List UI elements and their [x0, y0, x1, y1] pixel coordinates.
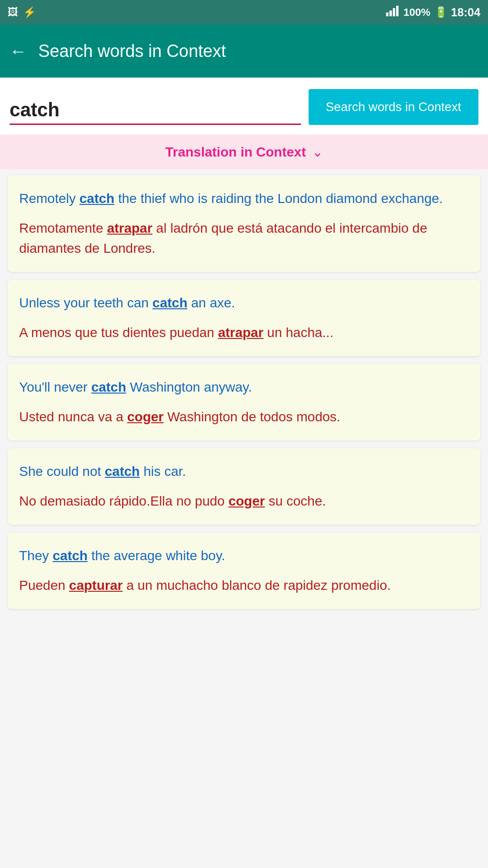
status-bar-left: 🖼 ⚡ — [8, 6, 36, 19]
status-bar-right: 100% 🔋 18:04 — [386, 6, 480, 19]
status-bar: 🖼 ⚡ 100% 🔋 18:04 — [0, 0, 488, 25]
highlight-atrapar: atrapar — [107, 221, 153, 236]
chevron-down-icon: ⌄ — [312, 144, 323, 160]
highlight-catch: catch — [105, 464, 140, 479]
svg-rect-0 — [386, 12, 388, 16]
result-card: They catch the average white boy. Pueden… — [8, 532, 480, 609]
signal-icon — [386, 6, 399, 19]
spanish-sentence: Usted nunca va a coger Washington de tod… — [19, 407, 469, 427]
svg-rect-1 — [389, 11, 392, 16]
highlight-coger: coger — [228, 494, 265, 508]
highlight-capturar: capturar — [69, 578, 122, 593]
results-container: Remotely catch the thief who is raiding … — [0, 169, 488, 615]
battery-icon: 🔋 — [434, 6, 447, 19]
english-sentence: You'll never catch Washington anyway. — [19, 377, 469, 397]
app-bar: ← Search words in Context — [0, 25, 488, 78]
translation-banner-text: Translation in Context — [165, 145, 306, 160]
english-sentence: They catch the average white boy. — [19, 546, 469, 566]
image-icon: 🖼 — [8, 6, 18, 19]
spanish-sentence: A menos que tus dientes puedan atrapar u… — [19, 323, 469, 343]
highlight-catch: catch — [53, 548, 88, 563]
english-sentence: Remotely catch the thief who is raiding … — [19, 189, 469, 209]
svg-rect-2 — [393, 8, 395, 16]
search-input-wrapper — [10, 99, 301, 125]
english-sentence: She could not catch his car. — [19, 462, 469, 482]
result-card: She could not catch his car. No demasiad… — [8, 448, 480, 525]
app-bar-title: Search words in Context — [38, 41, 226, 61]
spanish-sentence: Pueden capturar a un muchacho blanco de … — [19, 575, 469, 596]
result-card: You'll never catch Washington anyway. Us… — [8, 364, 480, 440]
spanish-sentence: Remotamente atrapar al ladrón que está a… — [19, 218, 469, 259]
search-area: Search words in Context — [0, 78, 488, 135]
battery-text: 100% — [403, 6, 430, 19]
spanish-sentence: No demasiado rápido.Ella no pudo coger s… — [19, 491, 469, 511]
result-card: Remotely catch the thief who is raiding … — [8, 175, 480, 272]
svg-rect-3 — [396, 6, 399, 16]
english-sentence: Unless your teeth can catch an axe. — [19, 293, 469, 313]
highlight-catch: catch — [79, 191, 114, 206]
bolt-icon: ⚡ — [23, 6, 36, 19]
highlight-coger: coger — [127, 409, 164, 424]
result-card: Unless your teeth can catch an axe. A me… — [8, 280, 480, 356]
highlight-atrapar: atrapar — [218, 325, 264, 340]
clock: 18:04 — [451, 6, 480, 19]
search-input[interactable] — [10, 99, 301, 125]
search-button[interactable]: Search words in Context — [309, 89, 478, 125]
highlight-catch: catch — [153, 295, 188, 310]
translation-banner[interactable]: Translation in Context ⌄ — [0, 135, 488, 169]
highlight-catch: catch — [91, 380, 126, 395]
back-button[interactable]: ← — [10, 41, 27, 61]
